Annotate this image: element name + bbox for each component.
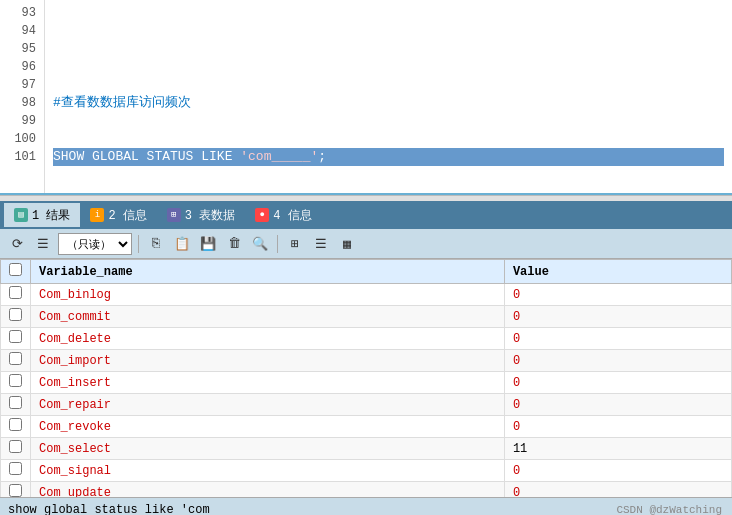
value-cell: 0 — [504, 416, 731, 438]
table-row: Com_repair0 — [1, 394, 732, 416]
row-checkbox[interactable] — [9, 440, 22, 453]
row-checkbox[interactable] — [9, 462, 22, 475]
row-checkbox[interactable] — [9, 396, 22, 409]
separator1 — [138, 235, 139, 253]
value-cell: 0 — [504, 350, 731, 372]
table-row: Com_commit0 — [1, 306, 732, 328]
toolbar-grid[interactable]: ⊞ — [284, 233, 306, 255]
variable-name-cell: Com_import — [31, 350, 505, 372]
toolbar-delete[interactable]: 🗑 — [223, 233, 245, 255]
tab-results[interactable]: ▤ 1 结果 — [4, 203, 80, 227]
table-row: Com_binlog0 — [1, 284, 732, 306]
status-text: show global status like 'com — [8, 503, 210, 516]
variable-name-cell: Com_revoke — [31, 416, 505, 438]
value-cell: 0 — [504, 482, 731, 498]
value-cell: 0 — [504, 328, 731, 350]
tabledata-icon: ⊞ — [167, 208, 181, 222]
toolbar-save[interactable]: 💾 — [197, 233, 219, 255]
toolbar-paste[interactable]: 📋 — [171, 233, 193, 255]
tab-info2[interactable]: ● 4 信息 — [245, 203, 321, 227]
toolbar-filter[interactable]: 🔍 — [249, 233, 271, 255]
row-checkbox[interactable] — [9, 484, 22, 497]
variable-name-cell: Com_binlog — [31, 284, 505, 306]
toolbar-form[interactable]: ▦ — [336, 233, 358, 255]
result-table-area: Variable_name Value Com_binlog0Com_commi… — [0, 259, 732, 497]
value-cell: 0 — [504, 394, 731, 416]
table-row: Com_delete0 — [1, 328, 732, 350]
variable-name-cell: Com_delete — [31, 328, 505, 350]
result-table: Variable_name Value Com_binlog0Com_commi… — [0, 259, 732, 497]
col-header-checkbox — [1, 260, 31, 284]
row-checkbox-cell — [1, 328, 31, 350]
row-checkbox[interactable] — [9, 374, 22, 387]
toolbar-list[interactable]: ☰ — [310, 233, 332, 255]
table-row: Com_revoke0 — [1, 416, 732, 438]
readonly-select[interactable]: （只读） — [58, 233, 132, 255]
row-checkbox[interactable] — [9, 308, 22, 321]
info2-icon: ● — [255, 208, 269, 222]
col-header-variable: Variable_name — [31, 260, 505, 284]
line-numbers: 93 94 95 96 97 98 99 100 101 — [0, 0, 45, 193]
watermark: CSDN @dzWatching — [616, 504, 722, 516]
results-icon: ▤ — [14, 208, 28, 222]
separator2 — [277, 235, 278, 253]
row-checkbox-cell — [1, 394, 31, 416]
toolbar-icon2[interactable]: ☰ — [32, 233, 54, 255]
tab-info[interactable]: i 2 信息 — [80, 203, 156, 227]
row-checkbox-cell — [1, 284, 31, 306]
variable-name-cell: Com_insert — [31, 372, 505, 394]
row-checkbox[interactable] — [9, 330, 22, 343]
info-icon: i — [90, 208, 104, 222]
select-all-checkbox[interactable] — [9, 263, 22, 276]
row-checkbox[interactable] — [9, 418, 22, 431]
tab-info-label: 2 信息 — [108, 207, 146, 224]
value-cell: 0 — [504, 284, 731, 306]
col-header-value: Value — [504, 260, 731, 284]
row-checkbox-cell — [1, 350, 31, 372]
row-checkbox[interactable] — [9, 352, 22, 365]
row-checkbox-cell — [1, 306, 31, 328]
value-cell: 0 — [504, 306, 731, 328]
code-lines: #查看数数据库访问频次 SHOW GLOBAL STATUS LIKE 'com… — [45, 0, 732, 193]
toolbar: ⟳ ☰ （只读） ⎘ 📋 💾 🗑 🔍 ⊞ ☰ ▦ — [0, 229, 732, 259]
row-checkbox-cell — [1, 372, 31, 394]
row-checkbox-cell — [1, 482, 31, 498]
tab-results-label: 1 结果 — [32, 207, 70, 224]
variable-name-cell: Com_select — [31, 438, 505, 460]
variable-name-cell: Com_update — [31, 482, 505, 498]
row-checkbox-cell — [1, 416, 31, 438]
variable-name-cell: Com_commit — [31, 306, 505, 328]
table-row: Com_signal0 — [1, 460, 732, 482]
row-checkbox-cell — [1, 438, 31, 460]
value-cell: 0 — [504, 372, 731, 394]
table-row: Com_update0 — [1, 482, 732, 498]
table-row: Com_insert0 — [1, 372, 732, 394]
toolbar-copy[interactable]: ⎘ — [145, 233, 167, 255]
value-cell: 11 — [504, 438, 731, 460]
row-checkbox-cell — [1, 460, 31, 482]
variable-name-cell: Com_repair — [31, 394, 505, 416]
status-bar: show global status like 'com CSDN @dzWat… — [0, 497, 732, 515]
tab-tabledata[interactable]: ⊞ 3 表数据 — [157, 203, 245, 227]
table-row: Com_import0 — [1, 350, 732, 372]
tabs-bar: ▤ 1 结果 i 2 信息 ⊞ 3 表数据 ● 4 信息 — [0, 201, 732, 229]
variable-name-cell: Com_signal — [31, 460, 505, 482]
tab-tabledata-label: 3 表数据 — [185, 207, 235, 224]
toolbar-icon1[interactable]: ⟳ — [6, 233, 28, 255]
code-editor: 93 94 95 96 97 98 99 100 101 #查看数数据库访问频次… — [0, 0, 732, 195]
table-row: Com_select11 — [1, 438, 732, 460]
tab-info2-label: 4 信息 — [273, 207, 311, 224]
row-checkbox[interactable] — [9, 286, 22, 299]
value-cell: 0 — [504, 460, 731, 482]
